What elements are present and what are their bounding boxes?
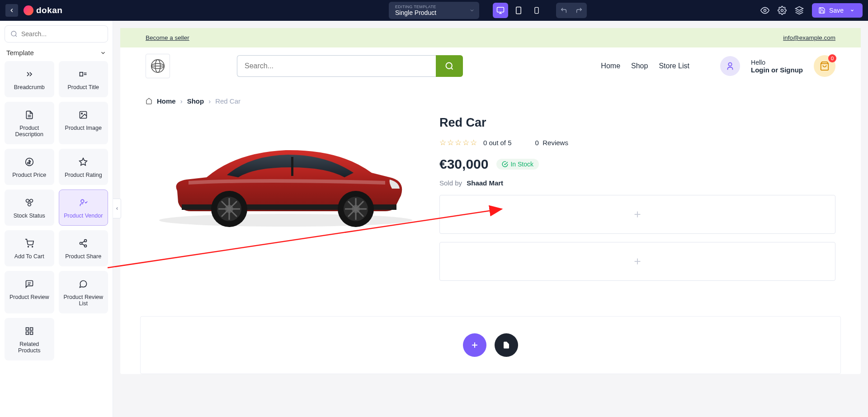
- widget-share[interactable]: Product Share: [59, 230, 108, 266]
- device-switch: [493, 3, 544, 18]
- nav-home[interactable]: Home: [601, 62, 620, 70]
- breadcrumb-icon: [25, 70, 34, 79]
- svg-marker-9: [796, 7, 803, 10]
- widget-price[interactable]: Product Price: [5, 149, 54, 185]
- svg-rect-12: [80, 72, 83, 76]
- store-search-input[interactable]: [237, 55, 436, 77]
- rating-text: 0 out of 5: [483, 139, 512, 147]
- product-price: €30,000: [439, 156, 488, 172]
- svg-rect-47: [291, 157, 293, 176]
- avatar[interactable]: [720, 56, 740, 76]
- widget-label: Product Vendor: [64, 213, 103, 219]
- editor-topbar: dokan EDITING TEMPLATE Single Product: [0, 0, 868, 21]
- chevron-down-icon: [100, 50, 106, 56]
- svg-line-43: [451, 68, 453, 70]
- svg-point-10: [11, 31, 16, 36]
- widget-label: Product Review List: [63, 294, 104, 307]
- preview-icon[interactable]: [760, 6, 769, 15]
- review-count: 0 Reviews: [535, 139, 568, 147]
- svg-point-24: [81, 199, 84, 203]
- sold-by-label: Sold by: [439, 179, 462, 187]
- widget-search-input[interactable]: [21, 30, 102, 38]
- widget-label: Product Review: [9, 294, 49, 300]
- breadcrumb-home[interactable]: Home: [157, 97, 176, 105]
- store-search-button[interactable]: [436, 55, 463, 77]
- promo-bar: Become a seller info@example.com: [120, 28, 861, 47]
- widget-breadcrumb[interactable]: Breadcrumb: [5, 61, 54, 97]
- widget-stock[interactable]: Stock Status: [5, 190, 54, 226]
- svg-line-11: [15, 35, 17, 37]
- redo-button[interactable]: [571, 3, 587, 18]
- widget-review[interactable]: Product Review: [5, 271, 54, 313]
- svg-point-21: [26, 199, 29, 203]
- widget-cart[interactable]: Add To Cart: [5, 230, 54, 266]
- empty-block-2[interactable]: [439, 242, 835, 281]
- template-selector[interactable]: EDITING TEMPLATE Single Product: [389, 2, 479, 19]
- main-layout: Template BreadcrumbProduct TitleProduct …: [0, 21, 868, 417]
- layers-icon[interactable]: [795, 6, 804, 15]
- widget-label: Breadcrumb: [14, 84, 45, 90]
- become-seller-link[interactable]: Become a seller: [146, 34, 189, 41]
- logo-text: dokan: [36, 5, 62, 15]
- review-icon: [25, 280, 34, 289]
- account-text[interactable]: Hello Login or Signup: [751, 59, 803, 74]
- tablet-view-button[interactable]: [511, 3, 526, 18]
- widget-rating[interactable]: Product Rating: [59, 149, 108, 185]
- widget-label: Stock Status: [14, 213, 45, 219]
- account-login: Login or Signup: [751, 66, 803, 74]
- widget-description[interactable]: Product Description: [5, 102, 54, 144]
- empty-block-1[interactable]: [439, 195, 835, 234]
- chevron-right-icon: ›: [208, 97, 211, 105]
- product-title: Red Car: [439, 116, 835, 130]
- canvas: Become a seller info@example.com Home Sh…: [120, 28, 861, 374]
- svg-point-7: [764, 9, 766, 12]
- widget-sidebar: Template BreadcrumbProduct TitleProduct …: [0, 21, 113, 417]
- contact-email-link[interactable]: info@example.com: [783, 34, 835, 41]
- widget-image[interactable]: Product Image: [59, 102, 108, 144]
- widget-title[interactable]: Product Title: [59, 61, 108, 97]
- widget-related[interactable]: Related Products: [5, 318, 54, 360]
- save-button[interactable]: Save: [812, 3, 863, 18]
- undo-redo-group: [556, 3, 587, 18]
- widget-search-box[interactable]: [5, 25, 108, 43]
- svg-point-42: [446, 63, 452, 69]
- save-button-label: Save: [829, 7, 844, 14]
- svg-point-25: [28, 246, 28, 247]
- add-block-button[interactable]: [463, 333, 486, 357]
- cart-icon: [25, 239, 34, 248]
- vendor-name[interactable]: Shaad Mart: [467, 179, 503, 187]
- store-brand-logo: [146, 54, 170, 78]
- svg-point-26: [32, 246, 33, 247]
- svg-rect-36: [30, 332, 33, 335]
- svg-rect-34: [26, 328, 28, 331]
- svg-rect-0: [497, 7, 504, 12]
- canvas-wrap: Become a seller info@example.com Home Sh…: [113, 21, 868, 417]
- undo-button[interactable]: [556, 3, 571, 18]
- svg-point-29: [85, 245, 87, 247]
- back-button[interactable]: [5, 4, 18, 17]
- widget-label: Product Rating: [65, 172, 102, 178]
- widget-reviewlist[interactable]: Product Review List: [59, 271, 108, 313]
- sidebar-collapse-handle[interactable]: [113, 199, 121, 218]
- widget-label: Product Description: [9, 125, 50, 137]
- app-logo: dokan: [24, 5, 62, 15]
- settings-icon[interactable]: [778, 6, 787, 15]
- svg-point-44: [728, 63, 731, 66]
- editing-template-label: EDITING TEMPLATE: [395, 5, 463, 9]
- share-icon: [79, 239, 88, 248]
- nav-storelist[interactable]: Store List: [659, 62, 689, 70]
- widget-label: Product Title: [68, 84, 99, 90]
- nav-shop[interactable]: Shop: [631, 62, 648, 70]
- svg-rect-35: [30, 328, 33, 331]
- svg-point-18: [81, 113, 83, 114]
- desktop-view-button[interactable]: [493, 3, 508, 18]
- bottom-section: [140, 316, 841, 374]
- price-row: €30,000 In Stock: [439, 156, 835, 172]
- account-hello: Hello: [751, 59, 803, 66]
- widget-vendor[interactable]: Product Vendor: [59, 190, 108, 226]
- mobile-view-button[interactable]: [529, 3, 544, 18]
- cart-button[interactable]: 0: [814, 55, 835, 77]
- breadcrumb-shop[interactable]: Shop: [187, 97, 204, 105]
- templates-button[interactable]: [495, 333, 518, 357]
- template-section-head[interactable]: Template: [5, 43, 108, 61]
